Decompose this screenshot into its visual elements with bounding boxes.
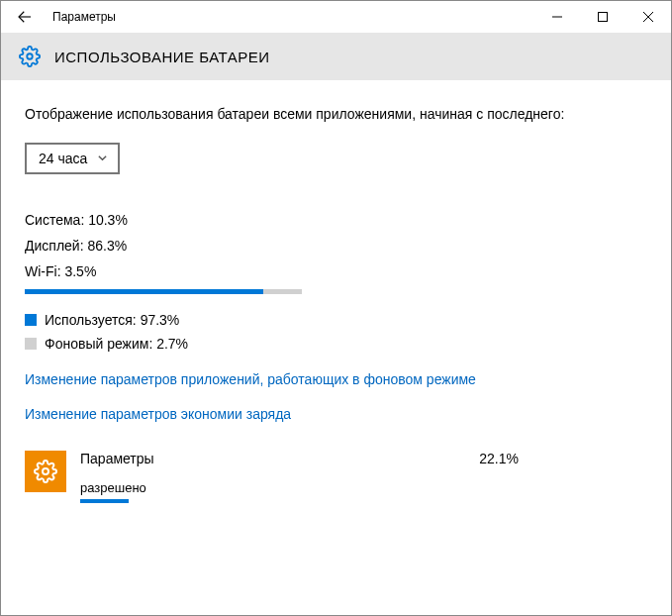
page-header: ИСПОЛЬЗОВАНИЕ БАТАРЕИ xyxy=(1,33,671,80)
app-settings-icon xyxy=(25,451,66,492)
stat-display: Дисплей: 86.3% xyxy=(25,238,647,254)
time-period-select[interactable]: 24 часа xyxy=(25,143,120,174)
titlebar: Параметры xyxy=(1,1,671,33)
svg-point-5 xyxy=(27,53,33,59)
app-status: разрешено xyxy=(80,480,647,495)
legend-in-use-label: Используется: 97.3% xyxy=(45,312,179,328)
swatch-gray-icon xyxy=(25,338,37,350)
usage-bar-fill xyxy=(25,289,263,294)
app-usage-bar-fill xyxy=(80,499,129,503)
window-controls xyxy=(534,1,671,33)
svg-rect-2 xyxy=(599,13,608,22)
usage-legend: Используется: 97.3% Фоновый режим: 2.7% xyxy=(25,312,647,352)
close-button[interactable] xyxy=(625,1,671,33)
link-battery-saver[interactable]: Изменение параметров экономии заряда xyxy=(25,404,520,425)
content-area: Отображение использования батареи всеми … xyxy=(1,80,671,503)
app-name: Параметры xyxy=(80,451,479,466)
page-title: ИСПОЛЬЗОВАНИЕ БАТАРЕИ xyxy=(54,49,270,65)
app-usage-bar xyxy=(80,499,486,503)
app-list-item[interactable]: Параметры 22.1% разрешено xyxy=(25,451,647,503)
link-background-apps[interactable]: Изменение параметров приложений, работаю… xyxy=(25,369,520,390)
maximize-button[interactable] xyxy=(580,1,625,33)
svg-point-6 xyxy=(43,468,48,474)
stat-wifi: Wi-Fi: 3.5% xyxy=(25,263,647,279)
app-percent: 22.1% xyxy=(479,451,647,466)
legend-background-label: Фоновый режим: 2.7% xyxy=(45,336,188,352)
legend-background: Фоновый режим: 2.7% xyxy=(25,336,647,352)
description-text: Отображение использования батареи всеми … xyxy=(25,104,647,125)
chevron-down-icon xyxy=(97,153,108,165)
back-button[interactable] xyxy=(1,1,48,33)
gear-icon xyxy=(19,46,41,67)
stat-system: Система: 10.3% xyxy=(25,212,647,228)
minimize-button[interactable] xyxy=(534,1,580,33)
app-info: Параметры 22.1% разрешено xyxy=(80,451,647,503)
time-period-value: 24 часа xyxy=(39,151,87,166)
usage-bar xyxy=(25,289,302,294)
legend-in-use: Используется: 97.3% xyxy=(25,312,647,328)
window-title: Параметры xyxy=(48,10,534,24)
system-stats: Система: 10.3% Дисплей: 86.3% Wi-Fi: 3.5… xyxy=(25,212,647,294)
swatch-blue-icon xyxy=(25,314,37,326)
